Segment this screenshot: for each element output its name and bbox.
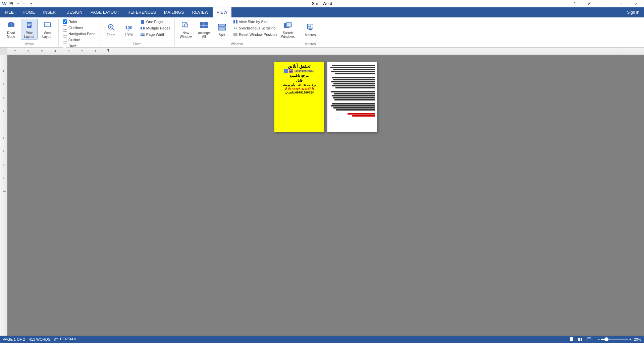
- svg-rect-27: [204, 22, 208, 25]
- tab-page-layout[interactable]: PAGE LAYOUT: [87, 7, 123, 17]
- ad-ref-text: مرجع دانلـــود: [290, 74, 309, 77]
- print-layout-status-btn[interactable]: [569, 337, 575, 342]
- gridlines-checkbox-row[interactable]: Gridlines: [61, 25, 97, 30]
- titlebar-controls: ? 🗗 — □ ✕: [567, 0, 644, 7]
- gridlines-checkbox[interactable]: [63, 25, 67, 30]
- outline-checkbox-row[interactable]: Outline: [61, 37, 97, 43]
- zoom-out-button[interactable]: −: [598, 338, 600, 341]
- text-line-7: [333, 79, 375, 80]
- page-2: [327, 62, 377, 132]
- read-mode-button[interactable]: Read Mode: [3, 19, 19, 40]
- svg-text:%: %: [127, 29, 129, 32]
- tab-design[interactable]: DESIGN: [62, 7, 87, 17]
- svg-rect-34: [233, 20, 235, 23]
- web-layout-status-btn[interactable]: [586, 337, 592, 342]
- page-width-button[interactable]: Page Width: [139, 31, 172, 38]
- word-count: 411 WORDS: [29, 337, 50, 341]
- document-area[interactable]: تحقیق آنلاین Tahghighonline.ir 📷 ✈ مرجع …: [7, 55, 644, 336]
- view-side-by-side-icon: [233, 19, 238, 24]
- print-layout-button[interactable]: Print Layout: [21, 19, 38, 40]
- multiple-pages-button[interactable]: Multiple Pages: [139, 25, 172, 31]
- text-line-11: [335, 87, 375, 88]
- svg-rect-5: [28, 24, 31, 25]
- tab-home[interactable]: HOME: [18, 7, 39, 17]
- text-line-8: [331, 81, 375, 82]
- multiple-pages-icon: [140, 26, 145, 30]
- svg-rect-25: [185, 24, 187, 26]
- save-button[interactable]: 💾: [8, 1, 14, 7]
- ruler-svg: 7 6 5 4 3 2 1: [7, 48, 644, 55]
- views-group-label: Views: [25, 42, 34, 46]
- svg-text:3: 3: [3, 96, 4, 99]
- split-button[interactable]: Split: [214, 19, 230, 40]
- navigation-checkbox[interactable]: [63, 31, 67, 36]
- arrange-all-icon: [199, 20, 209, 30]
- tab-mailings[interactable]: MAILINGS: [160, 7, 188, 17]
- svg-text:9: 9: [3, 177, 4, 180]
- text-line-5: [335, 73, 375, 74]
- page-1: تحقیق آنلاین Tahghighonline.ir 📷 ✈ مرجع …: [274, 62, 324, 132]
- statusbar: PAGE 1 OF 2 411 WORDS PERSIAN: [0, 336, 644, 343]
- tab-references[interactable]: REFERENCES: [123, 7, 160, 17]
- web-layout-button[interactable]: Web Layout: [39, 19, 56, 40]
- svg-rect-28: [200, 25, 204, 28]
- help-button[interactable]: ?: [567, 0, 582, 7]
- svg-text:6: 6: [28, 50, 29, 53]
- text-line-red-1: [347, 113, 375, 115]
- reset-window-position-button[interactable]: Reset Window Position: [232, 31, 278, 38]
- ruler-checkbox[interactable]: [63, 19, 67, 24]
- text-lines: [329, 65, 375, 117]
- ruler-checkbox-row[interactable]: Ruler: [61, 19, 97, 24]
- zoom-100-button[interactable]: 100 % 100%: [121, 19, 138, 40]
- customize-qa-button[interactable]: ▾: [28, 1, 34, 7]
- zoom-slider[interactable]: [601, 339, 628, 340]
- sign-in-button[interactable]: Sign in: [622, 7, 644, 17]
- reset-window-icon: [233, 32, 238, 37]
- web-layout-icon: [42, 20, 53, 30]
- switch-windows-button[interactable]: Switch Windows: [279, 19, 296, 40]
- svg-text:2: 2: [3, 83, 4, 86]
- show-group: Ruler Gridlines Navigation Pane Outline: [59, 19, 100, 46]
- tab-file[interactable]: FILE: [0, 7, 18, 17]
- macros-group-label: Macros: [305, 42, 316, 46]
- restore-button[interactable]: 🗗: [582, 0, 598, 7]
- ad-files: فایل: [296, 79, 303, 82]
- undo-button[interactable]: ↩: [15, 1, 21, 7]
- view-side-by-side-button[interactable]: View Side by Side: [232, 19, 278, 25]
- text-line-13: [334, 93, 375, 94]
- svg-text:4: 4: [3, 110, 4, 113]
- text-line-19: [333, 107, 375, 109]
- arrange-all-button[interactable]: Arrange All: [196, 19, 212, 40]
- zoom-button[interactable]: Zoom: [103, 19, 119, 40]
- tab-review[interactable]: REVIEW: [188, 7, 213, 17]
- outline-checkbox[interactable]: [63, 38, 67, 42]
- instagram-icon: 📷: [289, 69, 293, 73]
- text-line-18: [331, 105, 375, 107]
- svg-rect-17: [141, 20, 144, 24]
- pages-container: تحقیق آنلاین Tahghighonline.ir 📷 ✈ مرجع …: [274, 62, 377, 329]
- ad-content: تحقیق آنلاین Tahghighonline.ir 📷 ✈ مرجع …: [274, 62, 324, 132]
- maximize-button[interactable]: □: [613, 0, 629, 7]
- tab-view[interactable]: VIEW: [213, 7, 231, 17]
- svg-rect-1: [11, 23, 14, 27]
- minimize-button[interactable]: —: [598, 0, 613, 7]
- macros-button[interactable]: M Macros: [302, 19, 319, 40]
- read-mode-status-btn[interactable]: [577, 337, 583, 342]
- macros-icon: M: [305, 22, 316, 32]
- ad-price: با کمترین قیمت بازار: [284, 86, 314, 90]
- synchronous-scrolling-button[interactable]: Synchronous Scrolling: [232, 25, 278, 31]
- navigation-checkbox-row[interactable]: Navigation Pane: [61, 31, 97, 37]
- svg-rect-32: [219, 24, 225, 26]
- close-button[interactable]: ✕: [629, 0, 644, 7]
- one-page-button[interactable]: One Page: [139, 19, 172, 25]
- tab-insert[interactable]: INSERT: [39, 7, 62, 17]
- text-line-red-2: [352, 115, 375, 117]
- new-window-button[interactable]: New Window: [177, 19, 194, 40]
- svg-rect-6: [28, 25, 30, 26]
- zoom-100-icon: 100 %: [124, 22, 135, 32]
- zoom-slider-thumb[interactable]: [604, 337, 608, 341]
- statusbar-right: − + 20%: [569, 337, 641, 342]
- text-line-20: [336, 109, 375, 111]
- zoom-in-button[interactable]: +: [629, 338, 631, 341]
- redo-button[interactable]: ↪: [21, 1, 28, 7]
